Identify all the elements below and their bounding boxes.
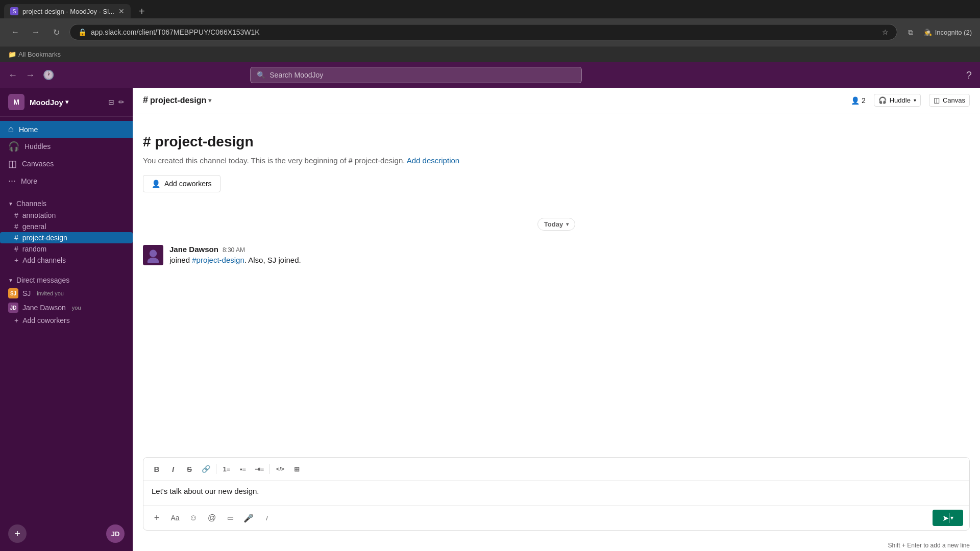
user-avatar-svg [145,247,161,263]
canvas-icon: ◫ [934,96,940,104]
send-chevron-icon[interactable]: ▾ [950,514,953,521]
send-arrow-icon: ➤ [942,513,949,523]
user-avatar-button[interactable]: JD [106,524,125,543]
dm-avatar-jane: JD [8,303,18,313]
more-icon: ··· [8,176,16,186]
extensions-button[interactable]: ⧉ [903,25,918,39]
audio-button[interactable]: 🎤 [241,511,256,525]
channel-hash-icon: # [143,95,148,106]
shortcuts-button[interactable]: / [260,511,274,525]
workspace-name[interactable]: MoodJoy ▾ [30,98,68,107]
bullet-list-button[interactable]: •≡ [236,462,250,476]
channel-intro: # project-design You created this channe… [143,123,970,208]
italic-button[interactable]: I [166,462,180,476]
tab-title: project-design - MoodJoy - Sl... [22,8,114,15]
tab-close-button[interactable]: ✕ [118,7,125,15]
bookmarks-label[interactable]: All Bookmarks [18,51,61,58]
dm-name-sj: SJ [22,289,31,297]
reload-button[interactable]: ↻ [49,25,63,39]
date-label: Today [544,220,563,228]
channel-header: # project-design ▾ 👤 2 🎧 Huddle ▾ ◫ Canv… [133,88,980,113]
header-forward-button[interactable]: → [26,70,35,81]
add-workspace-button[interactable]: + [8,524,27,543]
history-button[interactable]: 🕐 [43,69,54,81]
channel-item-general[interactable]: # general [0,221,133,232]
message-text: joined #project-design. Also, SJ joined. [169,255,970,266]
back-button[interactable]: ← [8,25,22,39]
date-chevron-icon: ▾ [566,221,569,227]
hash-icon: # [14,211,18,219]
dm-arrow-icon: ▼ [8,278,13,283]
channel-name-annotation: annotation [22,211,56,219]
channel-title[interactable]: # project-design ▾ [143,95,211,106]
canvas-label: Canvas [943,96,965,104]
date-pill-button[interactable]: Today ▾ [537,218,575,231]
add-coworkers-sidebar-button[interactable]: + Add coworkers [0,315,133,326]
channel-item-random[interactable]: # random [0,243,133,255]
hash-icon: # [14,222,18,231]
format-button[interactable]: Aa [168,511,182,525]
channels-header[interactable]: ▼ Channels [0,197,133,210]
link-button[interactable]: 🔗 [199,462,213,476]
app-body: M MoodJoy ▾ ⊟ ✏ ⌂ Home 🎧 Huddles ◫ [0,62,980,551]
channel-item-project-design[interactable]: # project-design [0,232,133,243]
help-button[interactable]: ? [966,69,972,81]
search-icon: 🔍 [257,71,265,79]
message-time: 8:30 AM [223,246,245,254]
compose-icon[interactable]: ✏ [118,98,125,106]
dm-status-sj: invited you [37,290,64,296]
attach-button[interactable]: + [150,511,164,525]
person-plus-icon: 👤 [152,180,160,188]
sidebar-item-huddles[interactable]: 🎧 Huddles [0,138,133,155]
workspace-header[interactable]: M MoodJoy ▾ ⊟ ✏ [0,88,133,117]
main-content: # project-design ▾ 👤 2 🎧 Huddle ▾ ◫ Canv… [133,88,980,551]
dm-item-sj[interactable]: SJ SJ invited you [0,286,133,300]
toolbar-separator-1 [216,464,216,474]
channel-intro-name: project-design [155,134,254,150]
search-bar[interactable]: 🔍 Search MoodJoy [250,67,582,83]
sidebar-item-home[interactable]: ⌂ Home [0,121,133,138]
members-count-button[interactable]: 👤 2 [851,96,866,105]
filter-icon[interactable]: ⊟ [108,98,114,106]
channel-mention-link[interactable]: #project-design [192,256,244,264]
send-button[interactable]: ➤ ▾ [933,510,963,526]
strikethrough-button[interactable]: S [182,462,197,476]
channel-item-annotation[interactable]: # annotation [0,210,133,221]
huddle-button[interactable]: 🎧 Huddle ▾ [874,94,921,107]
bold-button[interactable]: B [150,462,164,476]
channel-chevron-icon[interactable]: ▾ [208,97,211,104]
add-description-link[interactable]: Add description [407,156,459,165]
ordered-list-button[interactable]: 1≡ [219,462,234,476]
sidebar-item-more[interactable]: ··· More [0,172,133,189]
message-item: Jane Dawson 8:30 AM joined #project-desi… [143,241,970,270]
dm-label: Direct messages [16,276,69,284]
star-icon[interactable]: ☆ [882,28,889,36]
block-button[interactable]: ⊞ [289,462,304,476]
dm-header[interactable]: ▼ Direct messages [0,274,133,286]
sidebar-item-canvases[interactable]: ◫ Canvases [0,155,133,172]
add-coworkers-main-button[interactable]: 👤 Add coworkers [143,175,220,192]
bookmarks-icon: 📁 [8,51,16,58]
dm-item-jane-dawson[interactable]: JD Jane Dawson you [0,300,133,315]
new-tab-button[interactable]: + [133,4,151,18]
huddles-icon: 🎧 [8,141,19,152]
intro-hash-icon: # [143,134,151,150]
emoji-button[interactable]: ☺ [186,511,201,525]
video-button[interactable]: ▭ [223,511,237,525]
forward-button[interactable]: → [29,25,43,39]
code-button[interactable]: </> [273,462,287,476]
canvas-button[interactable]: ◫ Canvas [929,94,970,107]
composer-input[interactable]: Let's talk about our new design. [143,481,969,505]
active-tab[interactable]: S project-design - MoodJoy - Sl... ✕ [4,4,131,18]
address-bar[interactable]: 🔒 app.slack.com/client/T067MEBPPUY/C066X… [69,24,897,40]
browser-nav: ← → ↻ 🔒 app.slack.com/client/T067MEBPPUY… [0,18,980,46]
sidebar-nav: ⌂ Home 🎧 Huddles ◫ Canvases ··· More [0,117,133,193]
slack-header: ← → 🕐 🔍 Search MoodJoy ? [0,62,980,88]
header-back-button[interactable]: ← [8,70,17,81]
indent-button[interactable]: ⇥≡ [252,462,266,476]
add-channel-button[interactable]: + Add channels [0,255,133,266]
message-author[interactable]: Jane Dawson [169,245,218,254]
sidebar-bottom: + JD [0,516,133,551]
message-avatar [143,245,163,265]
mention-button[interactable]: @ [205,511,219,525]
